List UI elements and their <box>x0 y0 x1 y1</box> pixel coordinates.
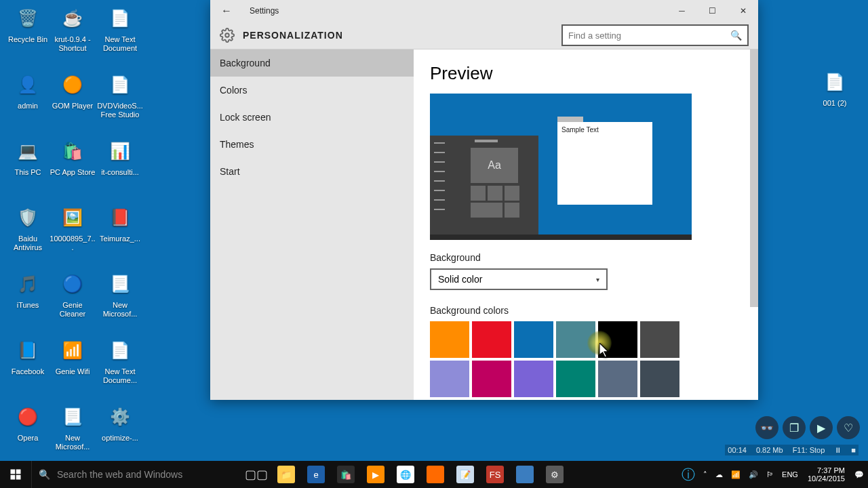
color-grid <box>430 321 742 397</box>
window-title: Settings <box>250 6 279 16</box>
desktop-icon[interactable]: 📄DVDVideoS... Free Studio <box>96 70 144 119</box>
tray-onedrive-icon[interactable]: ☁ <box>711 470 727 479</box>
taskbar-app-blue[interactable] <box>510 461 540 488</box>
desktop-icon[interactable]: 📘Facebook <box>4 336 52 376</box>
tray-chevron-up-icon[interactable]: ˄ <box>699 470 711 479</box>
recorder-heart-icon[interactable]: ♡ <box>837 416 860 439</box>
recorder-hint: F11: Stop <box>793 446 825 454</box>
taskbar: 🔍 Search the web and Windows ▢▢ 📁 e 🛍️ ▶… <box>0 461 868 488</box>
preview-heading: Preview <box>430 63 742 84</box>
taskbar-notepad[interactable]: 📝 <box>450 461 480 488</box>
tray-defender-icon[interactable]: 🏳 <box>762 470 778 479</box>
color-swatch[interactable] <box>430 361 469 397</box>
desktop-icon[interactable]: 🟠GOM Player <box>49 70 96 110</box>
tray-clock[interactable]: 7:37 PM 10/24/2015 <box>802 466 850 483</box>
content-pane: Preview Aa Sample Text Backgro <box>414 49 758 400</box>
recorder-webcam-icon[interactable]: 👓 <box>755 416 778 439</box>
start-button[interactable] <box>0 461 31 488</box>
desktop-icon[interactable]: 🛡️Baidu Antivirus <box>4 203 52 252</box>
desktop-icon[interactable]: 📄New Text Document <box>96 4 144 53</box>
desktop-icon[interactable]: 🔵Genie Cleaner <box>49 270 96 319</box>
scrollbar[interactable] <box>750 49 758 307</box>
tray-volume-icon[interactable]: 🔊 <box>745 470 762 479</box>
taskbar-file-explorer[interactable]: 📁 <box>271 461 301 488</box>
sidebar-item-lock-screen[interactable]: Lock screen <box>210 104 414 131</box>
background-label: Background <box>430 252 742 263</box>
desktop-icon[interactable]: 🎵iTunes <box>4 270 52 310</box>
search-icon: 🔍 <box>39 469 50 480</box>
desktop-icon[interactable]: 📊it-consulti... <box>96 137 144 177</box>
sidebar-item-themes[interactable]: Themes <box>210 131 414 158</box>
desktop-icon[interactable]: 🖼️10000895_7... <box>49 203 96 252</box>
color-swatch[interactable] <box>556 321 595 358</box>
background-dropdown[interactable]: Solid color ▾ <box>430 268 608 290</box>
settings-window: ← Settings ─ ☐ ✕ PERSONALIZATION 🔍 Backg… <box>210 0 758 400</box>
tray-network-icon[interactable]: 📶 <box>727 470 745 479</box>
sidebar: BackgroundColorsLock screenThemesStart <box>210 49 414 400</box>
dropdown-value: Solid color <box>438 274 482 285</box>
preview-sample-window: Sample Text <box>557 122 652 205</box>
taskbar-freestudio[interactable]: FS <box>480 461 510 488</box>
desktop-icon[interactable]: 👤admin <box>4 70 52 110</box>
color-swatch[interactable] <box>430 321 469 358</box>
recorder-copy-icon[interactable]: ❐ <box>783 416 806 439</box>
tray-help-icon[interactable]: ⓘ <box>677 466 699 484</box>
background-preview: Aa Sample Text <box>430 94 692 240</box>
sidebar-item-colors[interactable]: Colors <box>210 77 414 104</box>
search-icon: 🔍 <box>730 30 742 41</box>
svg-rect-1 <box>11 470 16 474</box>
color-swatch[interactable] <box>556 361 595 397</box>
color-swatch[interactable] <box>640 321 679 358</box>
recorder-play-icon[interactable]: ▶ <box>810 416 833 439</box>
sidebar-item-background[interactable]: Background <box>210 49 414 77</box>
tray-language[interactable]: ENG <box>778 470 802 479</box>
desktop-icon[interactable]: 💻This PC <box>4 137 52 177</box>
search-box[interactable]: 🔍 <box>561 24 749 46</box>
preview-aa-tile: Aa <box>471 148 518 183</box>
color-swatch[interactable] <box>640 361 679 397</box>
recorder-pause-icon[interactable]: ⏸ <box>834 446 842 454</box>
minimize-button[interactable]: ─ <box>667 0 697 22</box>
desktop-icon[interactable]: 🔴Opera <box>4 403 52 443</box>
desktop-icon[interactable]: 📃New Microsof... <box>96 270 144 319</box>
color-swatch[interactable] <box>598 361 637 397</box>
taskbar-video[interactable]: ▶ <box>361 461 391 488</box>
desktop-icon[interactable]: 🗑️Recycle Bin <box>4 4 52 44</box>
taskbar-app-orange[interactable] <box>420 461 450 488</box>
desktop-icon[interactable]: ☕krut-0.9.4 - Shortcut <box>49 4 96 53</box>
back-button[interactable]: ← <box>217 5 236 17</box>
color-swatch[interactable] <box>514 361 553 397</box>
taskbar-search[interactable]: 🔍 Search the web and Windows <box>31 461 241 488</box>
color-swatch[interactable] <box>514 321 553 358</box>
desktop-icon[interactable]: 📄New Text Docume... <box>96 336 144 385</box>
titlebar: ← Settings ─ ☐ ✕ <box>210 0 758 22</box>
sidebar-item-start[interactable]: Start <box>210 158 414 185</box>
recorder-stop-icon[interactable]: ■ <box>851 446 856 454</box>
maximize-button[interactable]: ☐ <box>697 0 728 22</box>
desktop-icon[interactable]: 📕Teimuraz_... <box>96 203 144 243</box>
desktop-icon[interactable]: 📄001 (2) <box>811 68 859 108</box>
taskbar-settings[interactable]: ⚙ <box>540 461 570 488</box>
tray-notifications-icon[interactable]: 💬 <box>850 470 868 479</box>
taskbar-store[interactable]: 🛍️ <box>331 461 361 488</box>
task-view-button[interactable]: ▢▢ <box>241 461 271 488</box>
color-swatch[interactable] <box>472 361 511 397</box>
recorder-filesize: 0.82 Mb <box>756 446 783 454</box>
desktop-icon[interactable]: 📶Genie Wifi <box>49 336 96 376</box>
gear-icon <box>220 28 235 43</box>
search-input[interactable] <box>568 30 730 41</box>
chevron-down-icon: ▾ <box>596 276 599 283</box>
color-swatch[interactable] <box>598 321 637 358</box>
svg-rect-4 <box>16 475 21 480</box>
desktop-icon[interactable]: 📃New Microsof... <box>49 403 96 451</box>
svg-rect-2 <box>16 470 21 474</box>
color-swatch[interactable] <box>472 321 511 358</box>
background-colors-label: Background colors <box>430 305 742 316</box>
recorder-time: 00:14 <box>728 446 747 454</box>
desktop-icon[interactable]: ⚙️optimize-... <box>96 403 144 443</box>
close-button[interactable]: ✕ <box>728 0 758 22</box>
taskbar-chrome[interactable]: 🌐 <box>391 461 420 488</box>
desktop-icon[interactable]: 🛍️PC App Store <box>49 137 96 177</box>
svg-point-0 <box>225 33 229 37</box>
taskbar-edge[interactable]: e <box>301 461 331 488</box>
